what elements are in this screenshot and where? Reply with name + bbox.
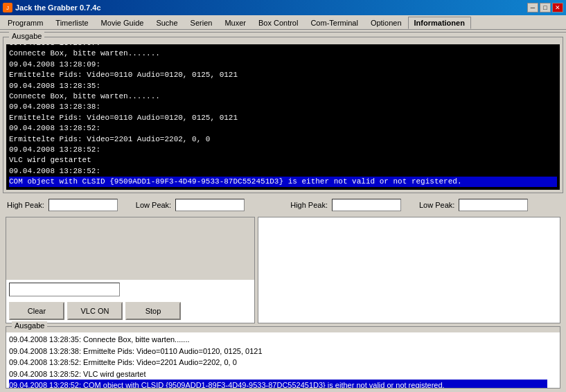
menu-item-serien[interactable]: Serien — [184, 17, 219, 29]
output-line: 09.04.2008 13:28:52: — [9, 145, 557, 155]
menu-item-informationen[interactable]: Informationen — [408, 17, 471, 29]
bottom-group-label: Ausgabe — [12, 321, 47, 330]
menu-item-suche[interactable]: Suche — [150, 17, 184, 29]
bottom-line: 09.04.2008 13:28:52: COM object with CLS… — [9, 380, 547, 388]
window-title: Jack the Grabber 0.7.4c — [15, 3, 101, 12]
stop-button[interactable]: Stop — [125, 302, 181, 320]
menu-item-optionen[interactable]: Optionen — [364, 17, 408, 29]
output-line: 09.04.2008 13:28:09: — [9, 60, 557, 70]
close-button[interactable]: ✕ — [552, 3, 563, 12]
left-panel-content — [6, 217, 254, 280]
menu-item-movie-guide[interactable]: Movie Guide — [95, 17, 150, 29]
output-text-area[interactable]: 09.04.2008 13:28:07:Connecte Box, bitte … — [6, 44, 560, 190]
output-line: Connecte Box, bitte warten....... — [9, 91, 557, 102]
clear-button[interactable]: Clear — [9, 302, 64, 320]
text-input-row — [6, 280, 254, 299]
menu-item-programm[interactable]: Programm — [1, 17, 49, 29]
high-peak-2-label: High Peak: — [290, 201, 328, 209]
output-group-label: Ausgabe — [9, 32, 44, 40]
middle-section: Clear VLC ON Stop — [6, 217, 560, 323]
left-panel: Clear VLC ON Stop — [6, 217, 255, 323]
bottom-line: 09.04.2008 13:28:35: Connecte Box, bitte… — [9, 334, 547, 346]
output-group: Ausgabe 09.04.2008 13:28:07:Connecte Box… — [3, 37, 563, 193]
output-line: 09.04.2008 13:28:38: — [9, 102, 557, 112]
title-bar: J Jack the Grabber 0.7.4c ─ □ ✕ — [0, 0, 566, 15]
menu-item-com-terminal[interactable]: Com-Terminal — [304, 17, 364, 29]
text-input[interactable] — [9, 283, 120, 296]
high-peak-2-input[interactable] — [332, 199, 401, 211]
peak-row: High Peak: Low Peak: High Peak: Low Peak… — [3, 196, 563, 214]
high-peak-1-label: High Peak: — [7, 201, 44, 209]
minimize-button[interactable]: ─ — [527, 3, 538, 12]
menu-item-muxer[interactable]: Muxer — [218, 17, 252, 29]
menu-item-timerliste[interactable]: Timerliste — [49, 17, 94, 29]
bottom-line: 09.04.2008 13:28:52: VLC wird gestartet — [9, 368, 547, 380]
output-line: VLC wird gestartet — [9, 155, 557, 166]
menu-item-box-control[interactable]: Box Control — [252, 17, 304, 29]
button-row: Clear VLC ON Stop — [6, 299, 254, 323]
output-line: Connecte Box, bitte warten....... — [9, 48, 557, 59]
output-line: 09.04.2008 13:28:52: — [9, 123, 557, 134]
right-panel — [258, 217, 560, 323]
bottom-line: 09.04.2008 13:28:38: Ermittelte Pids: Vi… — [9, 346, 547, 357]
title-buttons: ─ □ ✕ — [527, 3, 563, 12]
low-peak-2-input[interactable] — [459, 199, 528, 211]
output-line: Ermittelte Pids: Video=2201 Audio=2202, … — [9, 134, 557, 145]
maximize-button[interactable]: □ — [540, 3, 551, 12]
output-line: COM object with CLSID {9509ADD1-89F3-4D4… — [9, 177, 557, 187]
low-peak-1-label: Low Peak: — [136, 201, 171, 209]
menu-bar: ProgrammTimerlisteMovie GuideSucheSerien… — [0, 15, 566, 30]
main-content: Ausgabe 09.04.2008 13:28:07:Connecte Box… — [0, 33, 566, 392]
output-line: 09.04.2008 13:28:52: — [9, 166, 557, 177]
app-icon: J — [3, 3, 12, 12]
output-line: Ermittelte Pids: Video=0110 Audio=0120, … — [9, 113, 557, 123]
bottom-line: 09.04.2008 13:28:52: Ermittelte Pids: Vi… — [9, 357, 547, 368]
low-peak-2-label: Low Peak: — [419, 201, 454, 209]
output-line: 09.04.2008 13:28:35: — [9, 81, 557, 91]
output-line: Ermittelte Pids: Video=0110 Audio=0120, … — [9, 70, 557, 80]
bottom-group: Ausgabe 09.04.2008 13:28:35: Connecte Bo… — [6, 326, 560, 389]
bottom-output-area[interactable]: 09.04.2008 13:28:35: Connecte Box, bitte… — [6, 332, 560, 388]
vlc-on-button[interactable]: VLC ON — [67, 302, 123, 320]
high-peak-1-input[interactable] — [48, 199, 118, 211]
low-peak-1-input[interactable] — [175, 199, 245, 211]
